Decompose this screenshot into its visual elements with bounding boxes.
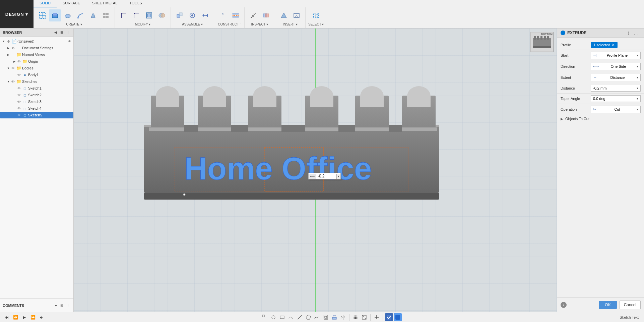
loft-btn[interactable] xyxy=(87,9,99,21)
tab-tools[interactable]: TOOLS xyxy=(123,0,148,7)
tree-vis-sketch2[interactable]: 👁 xyxy=(17,93,21,97)
tree-item-bodies[interactable]: ▼ 👁 📁 Bodies xyxy=(0,65,73,71)
tab-solid[interactable]: SOLID xyxy=(34,0,57,7)
motion-link-btn[interactable] xyxy=(199,9,211,21)
interference-btn[interactable] xyxy=(260,9,272,21)
ok-button[interactable]: OK xyxy=(599,301,617,309)
constraint-btn[interactable] xyxy=(373,313,381,321)
tree-arrow-body1[interactable] xyxy=(12,72,17,77)
play-next-btn[interactable]: ⏩ xyxy=(29,313,37,321)
minimap[interactable]: BOTTOM xyxy=(530,32,554,52)
joint-btn[interactable] xyxy=(186,9,198,21)
tree-eye-root[interactable]: 👁 xyxy=(67,39,72,44)
more-create-btn[interactable] xyxy=(100,9,112,21)
combine-btn[interactable] xyxy=(156,9,168,21)
select-group-label[interactable]: SELECT ▾ xyxy=(308,22,324,26)
insert-group-label[interactable]: INSERT ▾ xyxy=(283,22,298,26)
start-dropdown[interactable]: ⊣ Profile Plane ▾ xyxy=(591,52,641,59)
tree-item-sketch2[interactable]: 👁 ◻ Sketch2 xyxy=(0,92,73,98)
play-end-btn[interactable]: ⏭ xyxy=(38,313,46,321)
select-btn[interactable] xyxy=(310,9,322,21)
sketch-rect-btn[interactable] xyxy=(278,313,286,321)
comments-circle-btn[interactable]: ● xyxy=(54,303,58,308)
panel-expand-btn[interactable]: ⟪ xyxy=(627,31,631,35)
tree-arrow-sketch2[interactable] xyxy=(12,93,17,97)
construct-group-label[interactable]: CONSTRUCT ' xyxy=(218,22,240,26)
panel-more-btn[interactable]: ⋮⋮ xyxy=(632,31,641,35)
tree-arrow-origin[interactable]: ▶ xyxy=(12,59,17,64)
sketch-offset-btn[interactable] xyxy=(322,313,330,321)
tree-item-origin[interactable]: ▶ 👁 📁 Origin xyxy=(0,58,73,65)
tree-item-sketch1[interactable]: 👁 ◻ Sketch1 xyxy=(0,85,73,92)
assemble-group-label[interactable]: ASSEMBLE ▾ xyxy=(182,22,203,26)
tab-surface[interactable]: SURFACE xyxy=(57,0,86,7)
sketch-project-btn[interactable] xyxy=(330,313,338,321)
tree-arrow-sketches[interactable]: ▼ xyxy=(6,79,11,84)
tree-item-sketch4[interactable]: 👁 ◻ Sketch4 xyxy=(0,105,73,112)
modify-group-label[interactable]: MODIFY ▾ xyxy=(135,22,150,26)
tree-item-sketches[interactable]: ▼ 👁 📁 Sketches xyxy=(0,78,73,85)
tree-arrow-sketch3[interactable] xyxy=(12,99,17,104)
distance-input-field[interactable] xyxy=(316,173,336,179)
tree-vis-body1[interactable]: 👁 xyxy=(17,72,21,77)
insert-mesh-btn[interactable] xyxy=(278,9,290,21)
measure-btn[interactable] xyxy=(247,9,259,21)
tree-vis-sketch3[interactable]: 👁 xyxy=(17,99,21,104)
offset-plane-btn[interactable] xyxy=(217,9,229,21)
cancel-button[interactable]: Cancel xyxy=(620,301,641,309)
tree-item-named-views[interactable]: ▶ 📁 Named Views xyxy=(0,51,73,58)
zoom-fit-btn[interactable] xyxy=(360,313,368,321)
tree-item-sketch5[interactable]: 👁 ◻ Sketch5 xyxy=(0,112,73,118)
sweep-btn[interactable] xyxy=(74,9,86,21)
revolve-btn[interactable] xyxy=(62,9,74,21)
comments-pin-btn[interactable]: ⋮ xyxy=(65,303,71,308)
tree-vis-icon-root[interactable]: ⚙ xyxy=(6,39,11,44)
tree-item-root[interactable]: ▼ ⚙ 📄 (Unsaved) 👁 xyxy=(0,38,73,45)
operation-dropdown[interactable]: ✂ Cut ▾ xyxy=(591,106,641,113)
play-btn[interactable]: ▶ xyxy=(20,313,28,321)
profile-selected-badge[interactable]: 1 selected ✕ xyxy=(591,42,618,48)
objects-to-cut-row[interactable]: ▶ Objects To Cut xyxy=(557,115,644,122)
profile-badge-close[interactable]: ✕ xyxy=(611,43,615,47)
create-sketch-btn[interactable] xyxy=(36,9,48,21)
create-group-label[interactable]: CREATE ▾ xyxy=(66,22,82,26)
tab-sheet-metal[interactable]: SHEET METAL xyxy=(86,0,123,7)
new-component-btn[interactable] xyxy=(174,9,186,21)
play-prev-btn[interactable]: ⏪ xyxy=(11,313,19,321)
sketch-spline-btn[interactable] xyxy=(313,313,321,321)
sketch-circle-btn[interactable] xyxy=(269,313,277,321)
tree-item-body1[interactable]: 👁 ■ Body1 xyxy=(0,71,73,78)
sketch-select-btn[interactable] xyxy=(261,313,269,321)
insert-svg-btn[interactable] xyxy=(291,9,303,21)
comments-expand-btn[interactable]: ⊞ xyxy=(59,303,64,308)
extent-dropdown[interactable]: ↔ Distance ▾ xyxy=(591,74,641,81)
direction-dropdown[interactable]: ⟺ One Side ▾ xyxy=(591,63,641,70)
fillet-btn[interactable] xyxy=(118,9,130,21)
tree-vis-origin[interactable]: 👁 xyxy=(17,59,21,64)
tree-arrow-sketch5[interactable] xyxy=(12,113,17,117)
extrude-btn[interactable] xyxy=(49,9,61,21)
info-icon-btn[interactable]: i xyxy=(561,302,567,308)
inspect-group-label[interactable]: INSPECT ▾ xyxy=(251,22,268,26)
sketch-polygon-btn[interactable] xyxy=(304,313,312,321)
tree-vis-views[interactable] xyxy=(11,52,15,57)
shell-btn[interactable] xyxy=(143,9,155,21)
tree-item-doc-settings[interactable]: ▶ ⚙ Document Settings xyxy=(0,45,73,51)
tree-arrow-bodies[interactable]: ▼ xyxy=(6,66,11,70)
sketch-mirror-btn[interactable] xyxy=(339,313,347,321)
sketch-active-btn[interactable] xyxy=(394,313,402,321)
sketch-finish-btn[interactable] xyxy=(385,313,393,321)
midplane-btn[interactable] xyxy=(230,9,242,21)
tree-arrow-root[interactable]: ▼ xyxy=(1,39,6,44)
tree-vis-sketch1[interactable]: 👁 xyxy=(17,86,21,91)
tree-vis-sketch4[interactable]: 👁 xyxy=(17,106,21,111)
taper-angle-dropdown[interactable]: 0.0 deg ▾ xyxy=(591,95,641,102)
sketch-arc-btn[interactable] xyxy=(287,313,295,321)
tree-vis-doc[interactable]: ⚙ xyxy=(11,46,15,50)
tree-vis-sketch5[interactable]: 👁 xyxy=(17,113,21,117)
chamfer-btn[interactable] xyxy=(130,9,142,21)
play-start-btn[interactable]: ⏮ xyxy=(3,313,11,321)
tree-arrow-sketch1[interactable] xyxy=(12,86,17,91)
tree-arrow-sketch4[interactable] xyxy=(12,106,17,111)
tree-vis-sketches[interactable]: 👁 xyxy=(11,79,15,84)
